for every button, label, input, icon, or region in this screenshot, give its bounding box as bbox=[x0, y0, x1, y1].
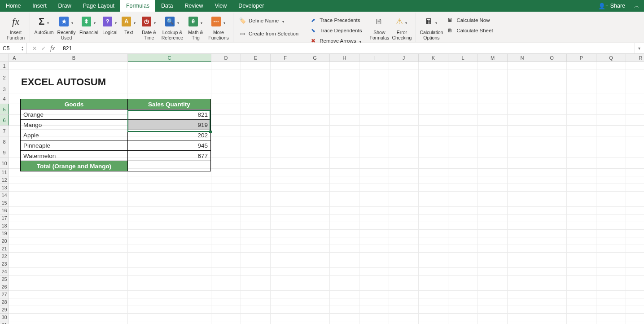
cell[interactable] bbox=[419, 93, 448, 104]
table-cell-goods[interactable]: Pinneaple bbox=[21, 140, 128, 151]
cell[interactable] bbox=[128, 62, 211, 70]
cell[interactable] bbox=[419, 147, 448, 158]
cell[interactable] bbox=[537, 268, 567, 276]
cell[interactable] bbox=[508, 136, 537, 147]
cell[interactable] bbox=[537, 276, 567, 283]
cell[interactable] bbox=[448, 184, 478, 192]
cell[interactable] bbox=[9, 268, 20, 276]
cell[interactable] bbox=[330, 184, 359, 192]
cell[interactable] bbox=[389, 115, 419, 126]
cell[interactable] bbox=[419, 176, 448, 184]
cell[interactable] bbox=[596, 147, 626, 158]
cell[interactable] bbox=[508, 199, 537, 207]
cell[interactable] bbox=[359, 169, 389, 176]
cell[interactable] bbox=[359, 147, 389, 158]
cell[interactable] bbox=[241, 85, 271, 93]
cell[interactable] bbox=[508, 237, 537, 245]
cell[interactable] bbox=[20, 207, 128, 215]
autosum-button[interactable]: Σ▾ AutoSum bbox=[33, 13, 55, 40]
cell[interactable] bbox=[537, 136, 567, 147]
cell[interactable] bbox=[20, 298, 128, 306]
row-header[interactable]: 8 bbox=[0, 136, 9, 147]
cell[interactable] bbox=[9, 147, 20, 158]
share-button[interactable]: 👤⁺ Share bbox=[594, 0, 630, 12]
column-header[interactable]: B bbox=[20, 54, 128, 62]
cell[interactable] bbox=[359, 207, 389, 215]
row-header[interactable]: 10 bbox=[0, 158, 9, 169]
row-header[interactable]: 16 bbox=[0, 207, 9, 215]
cell[interactable] bbox=[567, 283, 596, 291]
cell[interactable] bbox=[389, 70, 419, 85]
cell[interactable] bbox=[241, 62, 271, 70]
cell[interactable] bbox=[271, 70, 300, 85]
row-header[interactable]: 27 bbox=[0, 291, 9, 298]
cell[interactable] bbox=[448, 283, 478, 291]
column-header[interactable]: H bbox=[330, 54, 359, 62]
cell[interactable] bbox=[300, 314, 330, 321]
tab-formulas[interactable]: Formulas bbox=[120, 0, 155, 12]
cell[interactable] bbox=[389, 93, 419, 104]
cell[interactable] bbox=[448, 268, 478, 276]
cell[interactable] bbox=[9, 291, 20, 298]
cell[interactable] bbox=[508, 298, 537, 306]
cell[interactable] bbox=[419, 321, 448, 324]
cell[interactable] bbox=[626, 104, 644, 115]
cell[interactable] bbox=[448, 291, 478, 298]
cell[interactable] bbox=[596, 85, 626, 93]
cell[interactable] bbox=[271, 184, 300, 192]
cell[interactable] bbox=[478, 283, 508, 291]
cell[interactable] bbox=[596, 306, 626, 314]
cell[interactable] bbox=[626, 276, 644, 283]
trace-precedents-button[interactable]: ⬈ Trace Precedents bbox=[307, 15, 365, 25]
cell[interactable] bbox=[389, 62, 419, 70]
cell[interactable] bbox=[389, 207, 419, 215]
cell[interactable] bbox=[508, 276, 537, 283]
cell[interactable] bbox=[211, 158, 241, 169]
cell[interactable] bbox=[241, 237, 271, 245]
more-functions-button[interactable]: ⋯▾ More Functions bbox=[207, 13, 230, 40]
cell[interactable] bbox=[211, 176, 241, 184]
cell[interactable] bbox=[128, 245, 211, 253]
cell[interactable] bbox=[359, 104, 389, 115]
cell[interactable] bbox=[128, 230, 211, 237]
cell[interactable] bbox=[20, 260, 128, 268]
cell[interactable] bbox=[300, 104, 330, 115]
cell[interactable] bbox=[300, 222, 330, 230]
cell[interactable] bbox=[300, 176, 330, 184]
cell[interactable] bbox=[448, 230, 478, 237]
cell[interactable] bbox=[478, 62, 508, 70]
cell[interactable] bbox=[128, 70, 211, 85]
cell[interactable] bbox=[567, 158, 596, 169]
cell[interactable] bbox=[419, 215, 448, 222]
cell[interactable] bbox=[626, 215, 644, 222]
row-header[interactable]: 23 bbox=[0, 260, 9, 268]
cell[interactable] bbox=[359, 62, 389, 70]
cell[interactable] bbox=[626, 207, 644, 215]
cell[interactable] bbox=[241, 199, 271, 207]
cell[interactable] bbox=[211, 115, 241, 126]
cell[interactable] bbox=[271, 321, 300, 324]
cell[interactable] bbox=[271, 298, 300, 306]
cell[interactable] bbox=[596, 298, 626, 306]
table-cell-qty[interactable]: 677 bbox=[128, 151, 211, 161]
cell[interactable] bbox=[9, 245, 20, 253]
row-header[interactable]: 19 bbox=[0, 230, 9, 237]
cell[interactable] bbox=[478, 184, 508, 192]
cell[interactable] bbox=[128, 215, 211, 222]
cell[interactable] bbox=[596, 230, 626, 237]
cell[interactable] bbox=[478, 276, 508, 283]
cell[interactable] bbox=[448, 158, 478, 169]
table-cell-qty[interactable]: 821 bbox=[128, 109, 211, 120]
cell[interactable] bbox=[478, 192, 508, 199]
cell[interactable] bbox=[448, 104, 478, 115]
cell[interactable] bbox=[241, 126, 271, 136]
cell[interactable] bbox=[330, 62, 359, 70]
cell[interactable] bbox=[596, 126, 626, 136]
cell[interactable] bbox=[389, 176, 419, 184]
row-header[interactable]: 25 bbox=[0, 276, 9, 283]
cell[interactable] bbox=[596, 169, 626, 176]
cell[interactable] bbox=[271, 268, 300, 276]
cell[interactable] bbox=[211, 268, 241, 276]
tab-home[interactable]: Home bbox=[0, 0, 26, 12]
cell[interactable] bbox=[448, 199, 478, 207]
